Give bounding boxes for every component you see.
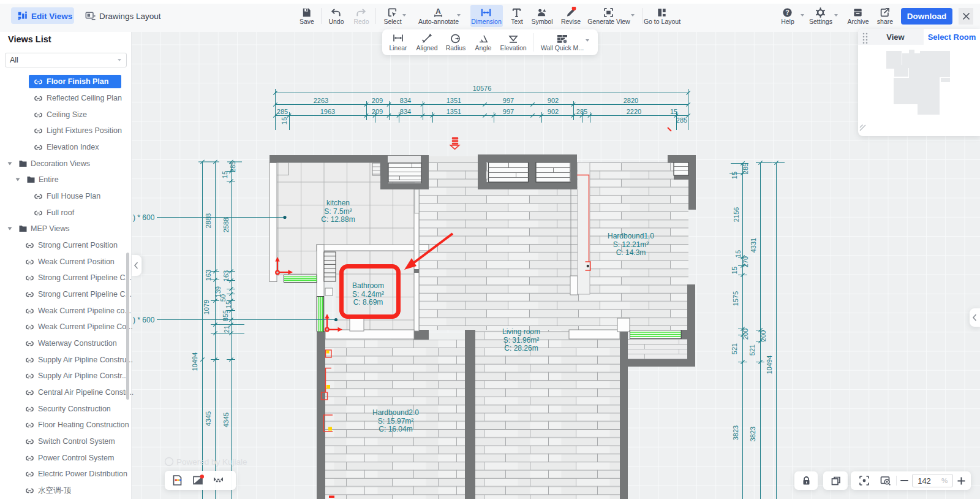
svg-text:21: 21 — [223, 326, 230, 333]
svg-text:) * 600: ) * 600 — [133, 316, 155, 324]
svg-text:163: 163 — [205, 270, 212, 281]
svg-text:4345: 4345 — [222, 413, 230, 427]
svg-text:Hardbound2.0: Hardbound2.0 — [372, 408, 419, 417]
svg-text:S: 15.97m²: S: 15.97m² — [378, 417, 414, 425]
svg-text:10494: 10494 — [191, 352, 198, 371]
svg-text:200: 200 — [760, 330, 767, 341]
svg-text:15: 15 — [731, 172, 738, 179]
svg-text:C: 28.26m: C: 28.26m — [504, 344, 538, 352]
svg-text:4345: 4345 — [205, 411, 212, 426]
svg-text:C: 12.88m: C: 12.88m — [321, 215, 355, 224]
svg-text:2820: 2820 — [624, 97, 638, 104]
svg-text:Bathroom: Bathroom — [352, 281, 384, 290]
svg-text:997: 997 — [503, 108, 514, 115]
svg-text:S: 31.96m²: S: 31.96m² — [503, 336, 540, 345]
svg-text:15: 15 — [225, 301, 232, 308]
svg-text:S: 12.21m²: S: 12.21m² — [613, 240, 649, 249]
svg-text:209: 209 — [372, 97, 383, 104]
svg-text:S: 4.24m²: S: 4.24m² — [352, 290, 384, 299]
svg-text:1351: 1351 — [447, 108, 461, 115]
svg-text:1351: 1351 — [447, 97, 461, 104]
svg-text:2588: 2588 — [222, 218, 230, 232]
svg-text:A: A — [435, 7, 441, 16]
svg-text:285: 285 — [676, 116, 687, 124]
svg-text:S: 7.5m²: S: 7.5m² — [324, 207, 352, 216]
svg-text:200: 200 — [742, 329, 749, 340]
svg-text:1079: 1079 — [203, 300, 210, 314]
svg-text:15: 15 — [281, 117, 288, 124]
svg-text:834: 834 — [400, 108, 411, 115]
svg-text:Powered by Kujiale: Powered by Kujiale — [176, 457, 247, 467]
svg-text:2263: 2263 — [314, 97, 328, 104]
svg-text:209: 209 — [372, 108, 383, 115]
svg-text:2220: 2220 — [627, 108, 641, 115]
svg-text:15: 15 — [670, 108, 677, 115]
svg-text:4331: 4331 — [750, 238, 757, 253]
svg-text:521: 521 — [731, 343, 738, 354]
svg-text:1575: 1575 — [732, 291, 739, 306]
svg-text:15: 15 — [731, 267, 738, 274]
svg-text:902: 902 — [548, 97, 559, 104]
svg-text:Hardbound1.0: Hardbound1.0 — [608, 232, 654, 240]
svg-text:163: 163 — [222, 270, 230, 281]
svg-text:kitchen: kitchen — [326, 199, 350, 207]
svg-text:285: 285 — [742, 163, 749, 174]
svg-text:3823: 3823 — [749, 427, 756, 441]
svg-text:834: 834 — [400, 97, 411, 104]
svg-text:Living room: Living room — [502, 327, 540, 336]
svg-text:?: ? — [785, 9, 789, 16]
svg-text:2888: 2888 — [205, 213, 212, 228]
svg-text:C: 16.04m: C: 16.04m — [379, 425, 412, 433]
svg-text:15: 15 — [734, 250, 742, 257]
svg-text:C: 8.69m: C: 8.69m — [353, 298, 383, 307]
svg-text:902: 902 — [548, 108, 559, 115]
svg-text:15: 15 — [221, 171, 228, 178]
svg-text:521: 521 — [748, 345, 756, 356]
svg-text:) * 600: ) * 600 — [133, 213, 155, 222]
svg-text:285: 285 — [277, 108, 288, 115]
svg-text:C: 14.3m: C: 14.3m — [616, 248, 646, 257]
svg-text:50: 50 — [219, 294, 227, 302]
svg-text:270: 270 — [742, 256, 749, 267]
svg-text:997: 997 — [503, 97, 514, 104]
svg-text:2156: 2156 — [733, 207, 740, 222]
svg-text:10494: 10494 — [766, 356, 773, 375]
svg-text:1963: 1963 — [320, 108, 335, 115]
svg-text:10576: 10576 — [473, 85, 492, 92]
svg-text:285: 285 — [576, 108, 587, 115]
svg-text:3823: 3823 — [732, 425, 739, 440]
